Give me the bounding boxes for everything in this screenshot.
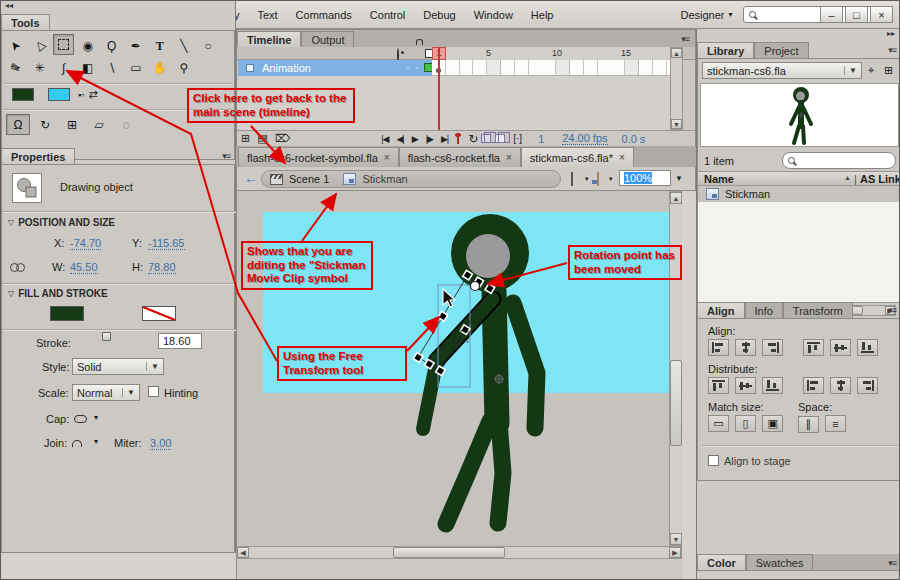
breadcrumb-symbol[interactable]: Stickman — [362, 173, 407, 185]
tab-library[interactable]: Library — [697, 42, 754, 58]
swap-colors-icon[interactable]: ⇄ — [88, 88, 97, 101]
bone-tool[interactable]: ∫ — [53, 57, 74, 78]
timeline-scrollbar[interactable]: ▲ ▼ — [670, 47, 683, 130]
paint-bucket-tool[interactable]: ◧ — [77, 57, 98, 78]
h-value[interactable]: 78.80 — [148, 261, 176, 274]
match-both-button[interactable]: ▣ — [762, 415, 783, 432]
text-tool[interactable]: T — [149, 36, 170, 57]
panel-menu-icon[interactable]: ▾≡ — [888, 45, 896, 55]
space-horizontal-button[interactable]: ≡ — [825, 415, 846, 432]
layer-row[interactable]: Animation · · — [237, 60, 695, 76]
collapse-panel-icon[interactable]: ◂◂ — [5, 1, 13, 10]
loop-button[interactable]: ↻ — [464, 132, 481, 146]
align-top-button[interactable] — [803, 339, 824, 356]
onion-skin-outlines-icon[interactable] — [495, 134, 505, 143]
panel-menu-icon[interactable]: ▾≡ — [888, 558, 896, 568]
menu-help[interactable]: Help — [522, 7, 563, 23]
play-button[interactable]: ▶ — [408, 134, 422, 144]
scroll-up-icon[interactable]: ▲ — [671, 48, 682, 58]
frame-rate[interactable]: 24.00 fps — [562, 132, 607, 145]
new-folder-button[interactable]: ▤ — [253, 132, 270, 145]
column-as-link[interactable]: AS Link — [860, 173, 900, 185]
distribute-left-button[interactable] — [803, 377, 824, 394]
new-library-panel-icon[interactable]: ⊞ — [884, 64, 893, 77]
cap-dropdown-icon[interactable]: ▾ — [94, 413, 98, 422]
tab-timeline[interactable]: Timeline — [237, 31, 301, 47]
fill-stroke-header[interactable]: ▽ FILL AND STROKE — [8, 288, 108, 299]
menu-window[interactable]: Window — [465, 7, 522, 23]
join-style-icon[interactable] — [72, 440, 82, 447]
onion-skin-icon[interactable] — [481, 134, 491, 143]
layer-visible-dot[interactable]: · — [406, 61, 410, 73]
scroll-down-icon[interactable]: ▼ — [670, 533, 682, 545]
oval-tool[interactable]: ○ — [198, 36, 219, 57]
3d-rotation-tool[interactable]: ◉ — [77, 36, 98, 57]
x-value[interactable]: -74.70 — [70, 237, 101, 250]
collapse-panel-icon[interactable]: ▸▸ — [887, 29, 895, 38]
document-tab-rocket-symbol[interactable]: flash-cs6-rocket-symbol.fla × — [238, 147, 399, 167]
close-button[interactable]: × — [870, 6, 893, 23]
align-left-button[interactable] — [708, 339, 729, 356]
menu-text[interactable]: Text — [248, 7, 286, 23]
document-tab-rocket[interactable]: flash-cs6-rocket.fla × — [399, 147, 521, 167]
frame-track[interactable] — [432, 60, 682, 76]
frame-ruler[interactable]: 1 5 10 15 — [432, 47, 682, 60]
menu-control[interactable]: Control — [361, 7, 414, 23]
stage-horizontal-scrollbar[interactable]: ◀ ▶ — [236, 546, 682, 559]
tab-align[interactable]: Align — [697, 302, 745, 318]
onion-marker-icon[interactable] — [457, 133, 459, 144]
stroke-value-input[interactable]: 18.60 — [158, 333, 202, 349]
miter-value[interactable]: 3.00 — [150, 437, 171, 450]
cap-style-icon[interactable] — [74, 415, 87, 423]
tab-info[interactable]: Info — [745, 302, 783, 318]
scroll-down-icon[interactable]: ▼ — [671, 119, 682, 129]
playhead[interactable] — [438, 47, 440, 130]
align-bottom-button[interactable] — [857, 339, 878, 356]
breadcrumb-scene[interactable]: Scene 1 — [289, 173, 329, 185]
edit-scene-icon[interactable] — [571, 172, 573, 186]
align-middle-v-button[interactable] — [830, 339, 851, 356]
new-layer-button[interactable]: ⊞ — [237, 132, 253, 145]
scale-dropdown[interactable]: Normal ▼ — [72, 384, 140, 401]
subselection-tool[interactable]: ▷ — [29, 36, 50, 57]
fill-color-well[interactable] — [142, 306, 176, 321]
eraser-tool[interactable]: ▭ — [125, 57, 146, 78]
workspace-switcher[interactable]: Designer ▾ — [680, 9, 732, 21]
edit-symbols-arrow[interactable]: ▾ — [609, 175, 613, 183]
y-value[interactable]: -115.65 — [148, 237, 185, 250]
join-dropdown-icon[interactable]: ▾ — [94, 437, 98, 446]
tab-color[interactable]: Color — [697, 554, 746, 570]
tab-transform[interactable]: Transform — [783, 302, 853, 318]
pin-library-icon[interactable]: ⌖ — [868, 64, 874, 77]
layer-name[interactable]: Animation — [262, 62, 311, 74]
distort-option[interactable]: ▱ — [87, 114, 111, 135]
menu-debug[interactable]: Debug — [414, 7, 464, 23]
goto-last-frame-button[interactable]: ▶| — [437, 134, 452, 144]
zoom-dropdown-icon[interactable]: ▼ — [675, 174, 683, 183]
rotate-skew-option[interactable]: ↻ — [33, 114, 57, 135]
default-colors-icon[interactable]: ▪▫ — [78, 90, 84, 100]
envelope-option[interactable]: ◌ — [114, 114, 138, 135]
brush-tool[interactable]: ✑ — [5, 57, 26, 78]
delete-layer-button[interactable]: ⌦ — [271, 132, 294, 145]
zoom-level-input[interactable]: 100% — [619, 170, 671, 186]
link-width-height-icon[interactable] — [10, 263, 24, 271]
hinting-checkbox[interactable] — [148, 386, 159, 397]
back-icon[interactable]: ← — [244, 170, 258, 186]
distribute-middle-button[interactable] — [735, 377, 756, 394]
tab-output[interactable]: Output — [301, 31, 354, 47]
stroke-color-swatch[interactable] — [12, 88, 34, 101]
align-right-button[interactable] — [762, 339, 783, 356]
scroll-up-icon[interactable]: ▲ — [670, 192, 682, 204]
scrollbar-thumb[interactable] — [670, 360, 682, 446]
library-item-row[interactable]: Stickman — [698, 186, 900, 202]
free-transform-tool[interactable] — [53, 34, 74, 55]
snap-magnet-option[interactable]: Ω — [6, 114, 30, 135]
layer-lock-dot[interactable]: · — [415, 61, 419, 73]
edit-multiple-frames-icon[interactable]: [·] — [509, 133, 526, 144]
scale-option[interactable]: ⊞ — [60, 114, 84, 135]
stroke-slider-thumb[interactable] — [102, 332, 111, 341]
match-height-button[interactable]: ▯ — [735, 415, 756, 432]
edit-scene-arrow[interactable]: ▾ — [585, 175, 589, 183]
distribute-bottom-button[interactable] — [762, 377, 783, 394]
